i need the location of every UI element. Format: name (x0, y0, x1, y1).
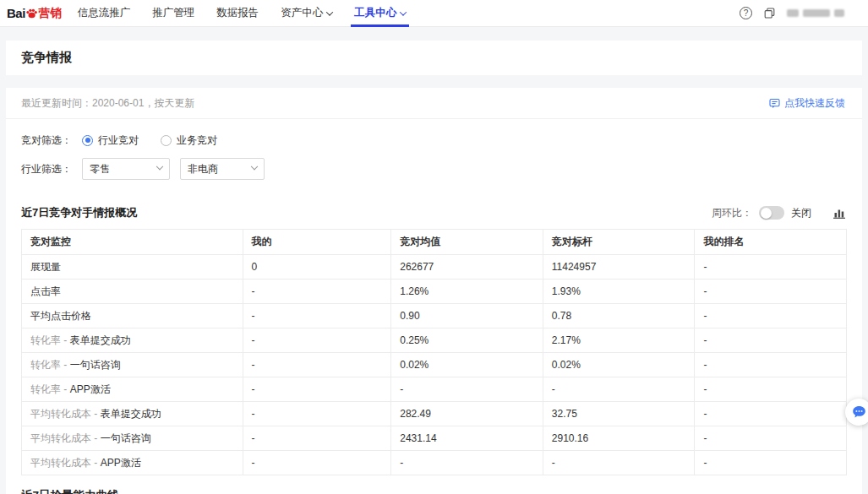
competitor-overview-table: 竞对监控 我的 竞对均值 竞对标杆 我的排名 展现量 0 262677 1142… (21, 229, 847, 475)
benchmark-cell: 11424957 (543, 255, 695, 280)
top-navbar: Bai 营销 信息流推广 推广管理 数据报告 资产中心 工具中心 (0, 0, 868, 27)
mine-cell: - (243, 402, 391, 426)
sub-industry-select[interactable]: 非电商 (180, 158, 265, 180)
meta-row: 最近更新时间：2020-06-01，按天更新 点我快速反馈 (6, 88, 862, 119)
sub-industry-select-value: 非电商 (188, 162, 218, 176)
radio-label: 业务竞对 (177, 133, 217, 148)
metric-category: 平均转化成本 - (30, 432, 101, 444)
chevron-down-icon (326, 8, 333, 15)
metric-cell: 转化率 - APP激活 (22, 377, 243, 402)
avg-cell: - (391, 377, 543, 402)
main-nav: 信息流推广 推广管理 数据报告 资产中心 工具中心 (67, 0, 418, 26)
metric-category: 转化率 - (30, 383, 70, 395)
header-competitor-avg: 竞对均值 (391, 230, 543, 255)
bar-chart-icon[interactable] (833, 208, 845, 219)
competitive-intel-card: 最近更新时间：2020-06-01，按天更新 点我快速反馈 竞对筛选： 行业竞对… (6, 88, 862, 494)
mine-cell: - (243, 280, 391, 304)
rank-cell: - (695, 402, 847, 426)
last-update-time: 最近更新时间：2020-06-01，按天更新 (21, 96, 194, 111)
header-metric: 竞对监控 (22, 230, 243, 255)
radio-industry-competitor[interactable]: 行业竞对 (82, 133, 139, 148)
table-row: 展现量 0 262677 11424957 - (22, 255, 847, 280)
table-row: 平均转化成本 - 一句话咨询 - 2431.14 2910.16 - (22, 426, 847, 451)
table-row: 点击率 - 1.26% 1.93% - (22, 280, 847, 304)
quick-feedback-link[interactable]: 点我快速反馈 (769, 96, 845, 111)
avg-cell: 2431.14 (391, 426, 543, 451)
metric-category: 点击率 (30, 285, 61, 297)
competitor-filter-row: 竞对筛选： 行业竞对 业务竞对 (6, 133, 862, 147)
account-name-masked (803, 9, 830, 17)
nav-item-asset-center[interactable]: 资产中心 (270, 0, 343, 26)
avg-cell: - (391, 451, 543, 475)
floating-chat-button[interactable] (845, 399, 868, 426)
avg-cell: 262677 (391, 255, 543, 280)
page-title-bar: 竞争情报 (6, 41, 862, 75)
help-icon[interactable]: ? (740, 7, 752, 19)
logo-cn-text: 营销 (39, 6, 62, 21)
nav-item-promotion-management[interactable]: 推广管理 (141, 0, 205, 26)
metric-category: 平均转化成本 - (30, 457, 101, 469)
radio-label: 行业竞对 (98, 133, 139, 148)
nav-item-label: 数据报告 (216, 6, 259, 20)
mine-cell: - (243, 328, 391, 353)
metric-category: 转化率 - (30, 359, 70, 371)
nav-item-label: 工具中心 (354, 6, 396, 20)
metric-cell: 平均点击价格 (22, 304, 243, 328)
metric-cell: 平均转化成本 - 一句话咨询 (22, 426, 243, 451)
nav-item-label: 推广管理 (152, 6, 194, 20)
baidu-marketing-logo[interactable]: Bai 营销 (7, 6, 62, 21)
chat-bubble-icon (852, 405, 866, 419)
rank-cell: - (695, 255, 847, 280)
header-my-rank: 我的排名 (695, 230, 847, 255)
metric-detail: APP激活 (101, 457, 141, 469)
metric-cell: 转化率 - 一句话咨询 (22, 353, 243, 377)
nav-item-label: 资产中心 (281, 6, 323, 20)
benchmark-cell: 2.17% (543, 328, 695, 353)
avg-cell: 0.02% (391, 353, 543, 377)
paw-icon (25, 8, 38, 19)
benchmark-cell: 32.75 (543, 402, 695, 426)
mine-cell: - (243, 377, 391, 402)
logo-bai-text: Bai (7, 6, 25, 20)
rank-cell: - (695, 377, 847, 402)
table-row: 转化率 - 一句话咨询 - 0.02% 0.02% - (22, 353, 847, 377)
table-row: 转化率 - APP激活 - - - - (22, 377, 847, 402)
account-suffix-masked (834, 9, 844, 17)
nav-item-tool-center[interactable]: 工具中心 (343, 0, 417, 26)
toggle-knob (761, 208, 772, 219)
industry-filter-row: 行业筛选： 零售 非电商 (6, 158, 862, 180)
benchmark-cell: 0.02% (543, 353, 695, 377)
radio-business-competitor[interactable]: 业务竞对 (161, 133, 217, 148)
chevron-down-icon (400, 8, 407, 15)
nav-item-label: 信息流推广 (78, 6, 131, 20)
metric-category: 平均转化成本 - (30, 408, 101, 420)
spacer-band (0, 27, 868, 41)
rank-cell: - (695, 353, 847, 377)
nav-item-data-report[interactable]: 数据报告 (205, 0, 270, 26)
feedback-icon (769, 98, 780, 109)
metric-cell: 点击率 (22, 280, 243, 304)
metric-cell: 展现量 (22, 255, 243, 280)
rank-cell: - (695, 451, 847, 475)
metric-detail: 一句话咨询 (101, 432, 151, 444)
table-row: 平均转化成本 - 表单提交成功 - 282.49 32.75 - (22, 402, 847, 426)
table-row: 平均点击价格 - 0.90 0.78 - (22, 304, 847, 328)
account-info[interactable] (787, 9, 844, 17)
avg-cell: 0.25% (391, 328, 543, 353)
wow-state-label: 关闭 (791, 206, 811, 220)
nav-item-feed-promotion[interactable]: 信息流推广 (67, 0, 142, 26)
page-title: 竞争情报 (21, 50, 72, 66)
mine-cell: - (243, 451, 391, 475)
feedback-label: 点我快速反馈 (784, 96, 845, 111)
avg-cell: 0.90 (391, 304, 543, 328)
benchmark-cell: 2910.16 (543, 426, 695, 451)
metric-cell: 转化率 - 表单提交成功 (22, 328, 243, 353)
wow-toggle[interactable] (759, 206, 784, 220)
rank-cell: - (695, 304, 847, 328)
benchmark-cell: 0.78 (543, 304, 695, 328)
industry-select[interactable]: 零售 (82, 158, 170, 180)
metric-category: 平均点击价格 (30, 310, 91, 322)
overview-controls: 周环比： 关闭 (712, 206, 845, 220)
chevron-down-icon (156, 163, 163, 170)
copy-icon[interactable] (764, 8, 775, 19)
